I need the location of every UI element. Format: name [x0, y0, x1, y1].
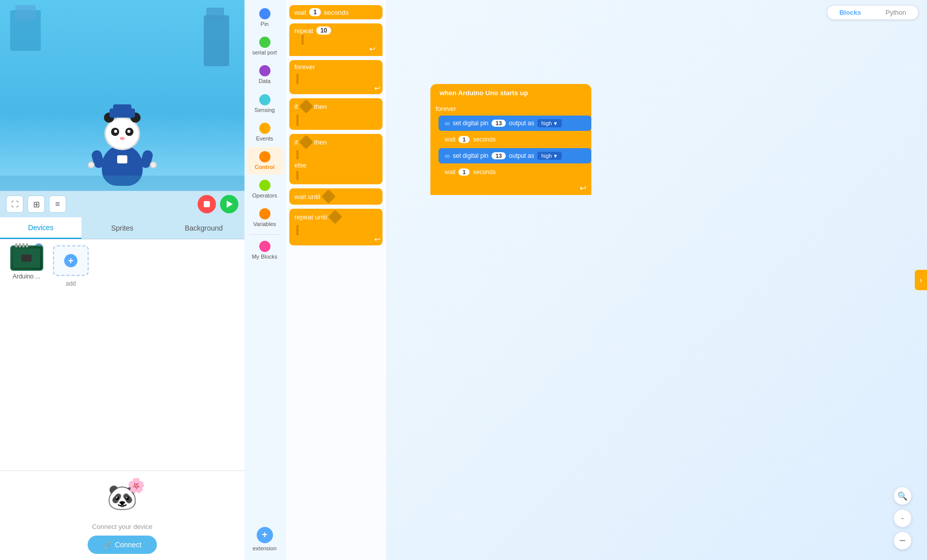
forever-row: forever: [430, 102, 591, 116]
palette-sensing-label: Sensing: [255, 107, 275, 114]
block-if-then-else[interactable]: if then else: [289, 134, 383, 184]
palette-sensing[interactable]: Sensing: [247, 90, 283, 118]
block-wait-until[interactable]: wait until: [289, 188, 383, 205]
palette-control-label: Control: [255, 164, 275, 171]
events-dot: [259, 123, 270, 134]
palette-extension[interactable]: + extension: [250, 523, 280, 556]
zoom-fit-button[interactable]: 🔍: [893, 487, 912, 505]
if-footer: [289, 126, 383, 130]
tab-devices[interactable]: Devices: [0, 217, 81, 239]
go-button[interactable]: [220, 195, 238, 213]
block-repeat[interactable]: repeat 10 ↩: [289, 23, 383, 56]
connect-section: 🐼 🌸 Connect your device 🔗 Connect: [0, 470, 244, 560]
add-icon: +: [64, 254, 77, 267]
device-label: Arduino ...: [13, 273, 41, 280]
blocks-palette: Pin serial port Data Sensing Events Cont…: [244, 0, 285, 560]
my-blocks-dot: [259, 241, 270, 252]
set-pin-block-1[interactable]: ∞ set digital pin 13 output as high ▼: [439, 116, 591, 131]
tab-sprites[interactable]: Sprites: [81, 217, 163, 239]
palette-operators-label: Operators: [252, 192, 277, 199]
repeat-until-footer: ↩: [289, 235, 383, 245]
high-dropdown-1[interactable]: high ▼: [537, 119, 562, 127]
zoom-controls: 🔍 - −: [893, 487, 912, 550]
set-pin-prefix-2: set digital pin: [453, 152, 488, 159]
block-forever[interactable]: forever ↩: [289, 60, 383, 94]
fullscreen-button[interactable]: ⛶: [6, 195, 23, 213]
tab-blocks[interactable]: Blocks: [827, 6, 874, 19]
code-program: when Arduino Uno starts up forever ∞ set…: [430, 84, 591, 195]
if-header: if then: [289, 98, 383, 115]
forever-footer: ↩: [430, 181, 591, 195]
palette-pin[interactable]: Pin: [247, 4, 283, 32]
forever-header: forever: [289, 60, 383, 74]
palette-events[interactable]: Events: [247, 119, 283, 146]
palette-divider: [250, 234, 280, 235]
if-else-body1: [296, 150, 383, 159]
forever-arrow: ↩: [374, 84, 380, 92]
top-bar: Blocks Python: [827, 5, 919, 20]
tabs-row: Devices Sprites Background: [0, 217, 244, 239]
device-item-arduino[interactable]: ✕ Arduino ...: [6, 245, 47, 287]
blocks-list: wait 1 seconds repeat 10 ↩ forever ↩: [285, 0, 387, 560]
arduino-pins: [15, 243, 28, 247]
connect-button[interactable]: 🔗 Connect: [88, 536, 156, 554]
pin-value-2: 13: [492, 152, 506, 159]
palette-variables[interactable]: Variables: [247, 204, 283, 232]
palette-events-label: Events: [256, 135, 274, 142]
sensing-dot: [259, 94, 270, 105]
pin-dot: [259, 8, 270, 19]
palette-control[interactable]: Control: [247, 147, 283, 175]
inner-blocks: ∞ set digital pin 13 output as high ▼ wa…: [439, 116, 591, 181]
grid-view-button[interactable]: ⊞: [28, 195, 45, 213]
tab-background[interactable]: Background: [163, 217, 244, 239]
if-else-footer: [289, 180, 383, 184]
stop-icon: [204, 201, 210, 207]
repeat-until-label: repeat until: [294, 213, 327, 221]
forever-arrow-icon: ↩: [580, 183, 586, 193]
right-arrow-tab[interactable]: ›: [915, 270, 927, 290]
wait-suffix-1: seconds: [473, 136, 496, 143]
repeat-until-diamond: [328, 210, 342, 224]
link-icon: 🔗: [103, 541, 112, 549]
devices-panel: ✕ Arduino ...: [0, 239, 244, 470]
add-device-button[interactable]: +: [53, 245, 89, 276]
palette-data[interactable]: Data: [247, 61, 283, 89]
set-pin-block-2[interactable]: ∞ set digital pin 13 output as high ▼: [439, 148, 591, 163]
palette-my-blocks-label: My Blocks: [252, 254, 277, 260]
if2-label: if: [294, 138, 298, 146]
palette-operators[interactable]: Operators: [247, 176, 283, 203]
forever-body: [296, 74, 383, 84]
connect-btn-label: Connect: [115, 541, 141, 549]
canvas-area: Blocks Python › when Arduino Uno starts …: [387, 0, 927, 560]
if-else-header: if then: [289, 134, 383, 150]
palette-my-blocks[interactable]: My Blocks: [247, 237, 283, 264]
tab-python[interactable]: Python: [874, 6, 918, 19]
forever-block-label: forever: [435, 105, 456, 113]
stop-button[interactable]: [198, 195, 216, 213]
extension-label: extension: [253, 545, 277, 552]
repeat-body: [302, 35, 377, 45]
wait-block-1[interactable]: wait 1 seconds: [439, 132, 591, 147]
palette-serial-port[interactable]: serial port: [247, 33, 283, 60]
wait-block-2[interactable]: wait 1 seconds: [439, 165, 591, 179]
palette-pin-label: Pin: [261, 21, 269, 27]
block-wait[interactable]: wait 1 seconds: [289, 5, 383, 19]
device-grid: ✕ Arduino ...: [6, 245, 238, 287]
block-if-then[interactable]: if then: [289, 98, 383, 130]
arduino-chip: [21, 255, 32, 262]
hat-block[interactable]: when Arduino Uno starts up: [430, 84, 591, 102]
if-body: [296, 115, 383, 126]
wait-value-1: 1: [458, 136, 470, 143]
view-tabs: Blocks Python: [827, 5, 919, 20]
connect-device-label: Connect your device: [92, 523, 153, 530]
list-view-button[interactable]: ≡: [49, 195, 66, 213]
block-repeat-until[interactable]: repeat until ↩: [289, 209, 383, 245]
infinity-icon-1: ∞: [445, 119, 450, 127]
arduino-board-img: [10, 245, 43, 271]
zoom-in-button[interactable]: −: [893, 531, 912, 550]
wait-until-label: wait until: [294, 193, 320, 201]
high-dropdown-2[interactable]: high ▼: [537, 152, 562, 160]
output-as-1: output as: [509, 120, 534, 127]
repeat-header: repeat 10: [294, 26, 377, 35]
zoom-out-button[interactable]: -: [893, 509, 912, 527]
